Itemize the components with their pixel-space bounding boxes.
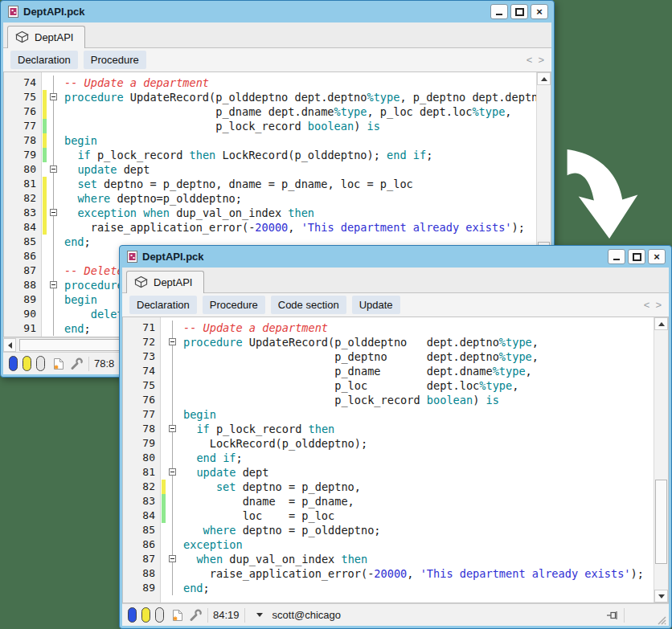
editor-window-front[interactable]: DeptAPI.pck × DeptAPI [119,245,672,629]
code-line[interactable]: 77 p_lock_record boolean) is [4,119,536,133]
code-text: dname = p_dname, [178,494,354,509]
code-line[interactable]: 78begin [4,133,536,148]
fold-rail [47,148,59,162]
code-line[interactable]: 72procedure UpdateRecord(p_olddeptno dep… [123,335,654,349]
toolbar-button-update[interactable]: Update [352,296,400,314]
vertical-scrollbar[interactable] [654,317,668,602]
fold-rail [166,321,178,335]
code-line[interactable]: 83 exception when dup_val_on_index then [4,206,536,220]
resize-grip[interactable] [655,614,666,625]
tab-deptapi[interactable]: DeptAPI [7,26,85,48]
cursor-position: 84:19 [213,609,240,621]
code-line[interactable]: 76 p_lock_record boolean) is [123,393,654,407]
nav-prev-icon[interactable]: < [644,299,650,311]
code-line[interactable]: 75procedure UpdateRecord(p_olddeptno dep… [4,90,536,104]
desktop: DeptAPI.pck × DeptAPI [0,0,672,629]
toolbar-button-code-section[interactable]: Code section [271,296,346,314]
code-line[interactable]: 73 p_deptno dept.deptno%type, [123,349,654,364]
code-line[interactable]: 89end; [123,581,654,595]
maximize-button[interactable] [628,249,645,264]
fold-rail [166,494,178,509]
curved-arrow-decal [561,148,643,241]
triangle-up-icon [658,322,665,326]
fold-toggle-icon[interactable] [166,465,178,480]
change-marker [161,581,166,595]
fold-rail [47,104,59,119]
minimize-button[interactable] [608,249,625,264]
toolbar-button-procedure[interactable]: Procedure [84,51,146,69]
nav-next-icon[interactable]: > [655,299,662,311]
close-button[interactable]: × [531,4,548,19]
fold-toggle-icon[interactable] [166,552,178,566]
minimize-button[interactable] [490,4,508,19]
session-selector[interactable]: scott@chicago [250,609,600,621]
toolbar-button-declaration[interactable]: Declaration [10,51,78,69]
fold-rail [166,436,178,451]
line-number: 71 [123,321,161,335]
code-text: set deptno = p_deptno, dname = p_dname, … [59,177,413,191]
toolbar-button-procedure[interactable]: Procedure [203,296,265,314]
fold-rail [47,177,59,191]
code-line[interactable]: 80 end if; [123,451,654,465]
code-line[interactable]: 75 p_loc dept.loc%type, [123,378,654,393]
code-line[interactable]: 79 LockRecord(p_olddeptno); [123,436,654,451]
line-number: 85 [123,523,161,537]
code-line[interactable]: 82 where deptno=p_olddeptno; [4,191,536,206]
code-text: p_loc dept.loc%type, [178,378,518,393]
window-title: DeptAPI.pck [23,6,85,18]
code-line[interactable]: 81 set deptno = p_deptno, dname = p_dnam… [4,177,536,191]
code-line[interactable]: 78 if p_lock_record then [123,422,654,436]
scrollbar-thumb[interactable] [655,480,667,564]
code-line[interactable]: 84 raise_application_error(-20000, 'This… [4,220,536,235]
toolbar-button-declaration[interactable]: Declaration [129,296,197,314]
code-text: begin [59,133,97,148]
code-editor[interactable]: 71-- Update a department72procedure Upda… [122,317,669,603]
change-marker [161,494,166,509]
code-line[interactable]: 80 update dept [4,162,536,177]
pin-icon[interactable] [605,609,619,622]
code-line[interactable]: 84 loc = p_loc [123,509,654,523]
code-line[interactable]: 76 p_dname dept.dname%type, p_loc dept.l… [4,104,536,119]
code-line[interactable]: 85 where deptno = p_olddeptno; [123,523,654,537]
fold-toggle-icon[interactable] [47,278,59,292]
maximize-button[interactable] [510,4,528,19]
code-line[interactable]: 82 set deptno = p_deptno, [123,480,654,494]
fold-rail [47,220,59,235]
change-marker [42,278,47,292]
code-line[interactable]: 83 dname = p_dname, [123,494,654,509]
titlebar[interactable]: DeptAPI.pck × [122,246,669,268]
fold-toggle-icon[interactable] [47,162,59,177]
line-number: 73 [123,349,161,364]
titlebar[interactable]: DeptAPI.pck × [3,1,551,22]
fold-toggle-icon[interactable] [166,422,178,436]
code-line[interactable]: 79 if p_lock_record then LockRecord(p_ol… [4,148,536,162]
code-line[interactable]: 74 p_dname dept.dname%type, [123,364,654,378]
tab-deptapi[interactable]: DeptAPI [126,271,204,293]
line-number: 89 [123,581,161,595]
code-line[interactable]: 88 raise_application_error(-20000, 'This… [123,566,654,581]
separator [88,357,89,371]
code-line[interactable]: 77begin [123,407,654,422]
change-marker [161,364,166,378]
nav-prev-icon[interactable]: < [527,54,533,66]
code-line[interactable]: 87 when dup_val_on_index then [123,552,654,566]
scroll-left-button[interactable] [3,338,16,352]
fold-toggle-icon[interactable] [47,206,59,220]
fold-toggle-icon[interactable] [47,90,59,104]
fold-toggle-icon[interactable] [166,335,178,349]
scroll-up-button[interactable] [654,317,668,330]
code-line[interactable]: 74-- Update a department [4,76,536,90]
code-text: update dept [59,162,150,177]
scroll-down-button[interactable] [654,590,668,602]
line-number: 74 [4,76,42,90]
scroll-up-button[interactable] [537,72,551,85]
code-line[interactable]: 81 update dept [123,465,654,480]
code-text: raise_application_error(-20000, 'This de… [178,566,644,581]
package-box-icon [15,31,29,43]
code-text: p_dname dept.dname%type, [178,364,532,378]
code-line[interactable]: 86exception [123,537,654,552]
toolbar: DeclarationProcedure < > [3,48,551,71]
close-button[interactable]: × [648,249,666,264]
nav-next-icon[interactable]: > [538,54,544,66]
code-line[interactable]: 71-- Update a department [123,321,654,335]
